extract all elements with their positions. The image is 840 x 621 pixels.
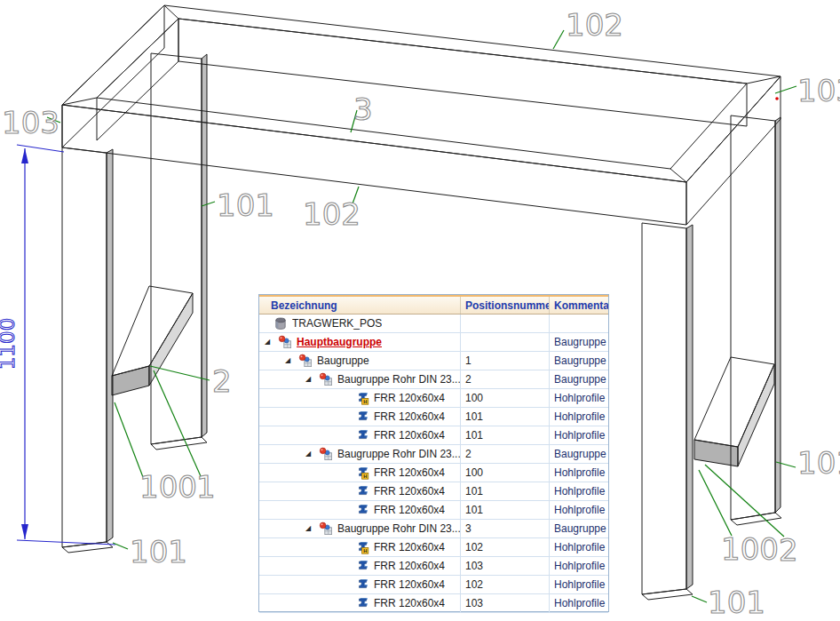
column-header-positionsnummer[interactable]: Positionsnummer <box>461 297 550 314</box>
hollow-profile-icon <box>355 428 369 442</box>
cell-bezeichnung[interactable]: FRR 120x60x4 <box>259 557 461 575</box>
cell-positionsnummer[interactable] <box>461 333 550 351</box>
table-row[interactable]: FRR 120x60x4103Hohlprofile <box>259 594 608 613</box>
cad-viewport: 1100 102 103 103 3 101 102 2 100 1 101 1… <box>0 0 840 621</box>
cell-positionsnummer[interactable]: 2 <box>461 370 550 388</box>
cell-positionsnummer[interactable]: 100 <box>461 464 550 482</box>
table-header-row: Bezeichnung Positionsnummer Kommentar <box>259 295 608 314</box>
row-label: FRR 120x60x4 <box>374 504 445 516</box>
shelf-rail-left[interactable] <box>112 286 193 395</box>
row-label: FRR 120x60x4 <box>374 597 445 609</box>
cell-kommentar[interactable] <box>550 314 608 332</box>
cell-kommentar[interactable]: Hohlprofile <box>550 594 608 612</box>
table-row[interactable]: HFRR 120x60x4100Hohlprofile <box>259 389 608 408</box>
table-row[interactable]: FRR 120x60x4101Hohlprofile <box>259 426 608 445</box>
svg-text:H: H <box>363 399 367 404</box>
cell-kommentar[interactable]: Baugruppe <box>550 445 608 463</box>
front-rail-outer-face[interactable] <box>62 105 686 225</box>
table-row[interactable]: ◢Baugruppe Rohr DIN 23...3Baugruppe <box>259 520 608 538</box>
cell-kommentar[interactable]: Baugruppe <box>550 352 608 370</box>
cell-positionsnummer[interactable]: 103 <box>461 594 550 612</box>
cell-bezeichnung[interactable]: HFRR 120x60x4 <box>259 464 461 482</box>
cell-bezeichnung[interactable]: ◢Baugruppe Rohr DIN 23... <box>259 520 461 537</box>
cell-kommentar[interactable]: Hohlprofile <box>550 426 608 444</box>
position-label-right-joint: 100 <box>721 531 779 567</box>
expand-triangle-icon[interactable]: ◢ <box>305 525 311 532</box>
table-row[interactable]: FRR 120x60x4103Hohlprofile <box>259 557 608 576</box>
cell-bezeichnung[interactable]: FRR 120x60x4 <box>259 594 461 612</box>
table-row[interactable]: FRR 120x60x4101Hohlprofile <box>259 501 608 520</box>
table-row[interactable]: TRAGWERK_POS <box>259 314 608 333</box>
row-label: FRR 120x60x4 <box>374 410 445 423</box>
column-header-kommentar[interactable]: Kommentar <box>550 297 608 314</box>
cell-kommentar[interactable]: Hohlprofile <box>550 557 608 575</box>
leg-front-left[interactable] <box>62 147 113 553</box>
left-rail-outer-face[interactable] <box>62 5 164 147</box>
row-label: Hauptbaugruppe <box>297 336 382 348</box>
hollow-profile-icon <box>355 596 369 610</box>
cell-bezeichnung[interactable]: ◢Baugruppe Rohr DIN 23... <box>259 445 461 463</box>
expand-triangle-icon[interactable]: ◢ <box>305 450 311 458</box>
table-row[interactable]: ◢Baugruppe Rohr DIN 23...2Baugruppe <box>259 370 608 389</box>
positions-table[interactable]: Bezeichnung Positionsnummer Kommentar TR… <box>258 294 609 612</box>
cell-bezeichnung[interactable]: ◢Hauptbaugruppe <box>259 333 461 351</box>
cell-positionsnummer[interactable]: 101 <box>461 426 550 444</box>
cell-bezeichnung[interactable]: TRAGWERK_POS <box>259 314 461 332</box>
cell-bezeichnung[interactable]: FRR 120x60x4 <box>259 501 461 519</box>
cell-positionsnummer[interactable]: 102 <box>461 538 550 556</box>
cell-positionsnummer[interactable]: 2 <box>461 445 550 463</box>
expand-triangle-icon[interactable]: ◢ <box>285 357 290 364</box>
cell-bezeichnung[interactable]: ◢Baugruppe <box>259 352 461 370</box>
expand-triangle-icon[interactable]: ◢ <box>265 338 270 346</box>
cell-kommentar[interactable]: Baugruppe <box>550 520 608 537</box>
dimension-value: 1100 <box>0 318 19 370</box>
cell-kommentar[interactable]: Hohlprofile <box>550 501 608 519</box>
table-row[interactable]: ◢Baugruppe Rohr DIN 23...2Baugruppe <box>259 445 608 464</box>
table-row[interactable]: FRR 120x60x4101Hohlprofile <box>259 482 608 501</box>
cell-positionsnummer[interactable]: 103 <box>461 557 550 575</box>
column-header-bezeichnung[interactable]: Bezeichnung <box>259 297 461 314</box>
cell-kommentar[interactable]: Hohlprofile <box>550 408 608 426</box>
table-row[interactable]: FRR 120x60x4102Hohlprofile <box>259 576 608 594</box>
table-row[interactable]: ◢HauptbaugruppeBaugruppe <box>259 333 608 352</box>
cell-positionsnummer[interactable]: 101 <box>461 408 550 426</box>
cell-positionsnummer[interactable]: 101 <box>461 482 550 500</box>
cell-bezeichnung[interactable]: HFRR 120x60x4 <box>259 538 461 556</box>
cell-kommentar[interactable]: Hohlprofile <box>550 538 608 556</box>
leg-front-right[interactable] <box>642 223 693 600</box>
table-row[interactable]: ◢Baugruppe1Baugruppe <box>259 352 608 370</box>
row-label: FRR 120x60x4 <box>374 560 445 572</box>
table-row[interactable]: HFRR 120x60x4102Hohlprofile <box>259 538 608 557</box>
dimension-arrow-down-icon <box>21 524 28 539</box>
cell-positionsnummer[interactable]: 102 <box>461 576 550 593</box>
expand-triangle-icon[interactable]: ◢ <box>305 376 311 383</box>
cell-bezeichnung[interactable]: FRR 120x60x4 <box>259 576 461 593</box>
shelf-rail-right[interactable] <box>694 357 774 466</box>
leg-back-left[interactable] <box>151 53 207 450</box>
hollow-profile-icon <box>355 484 369 498</box>
cell-bezeichnung[interactable]: FRR 120x60x4 <box>259 482 461 500</box>
cell-bezeichnung[interactable]: HFRR 120x60x4 <box>259 389 461 407</box>
back-rail-inner-face[interactable] <box>178 19 747 126</box>
row-label: FRR 120x60x4 <box>374 578 445 591</box>
top-ring-top-face[interactable] <box>62 5 781 182</box>
cell-positionsnummer[interactable] <box>461 314 550 332</box>
cell-kommentar[interactable]: Hohlprofile <box>550 389 608 407</box>
cell-kommentar[interactable]: Hohlprofile <box>550 482 608 500</box>
cell-bezeichnung[interactable]: ◢Baugruppe Rohr DIN 23... <box>259 370 461 388</box>
hollow-profile-icon <box>355 577 369 592</box>
cell-bezeichnung[interactable]: FRR 120x60x4 <box>259 426 461 444</box>
cell-positionsnummer[interactable]: 1 <box>461 352 550 370</box>
left-rail-inner-face[interactable] <box>97 19 178 140</box>
cell-kommentar[interactable]: Hohlprofile <box>550 464 608 482</box>
cell-bezeichnung[interactable]: FRR 120x60x4 <box>259 408 461 426</box>
row-label: FRR 120x60x4 <box>374 466 445 479</box>
cell-positionsnummer[interactable]: 3 <box>461 520 550 537</box>
cell-kommentar[interactable]: Baugruppe <box>550 370 608 388</box>
cell-positionsnummer[interactable]: 101 <box>461 501 550 519</box>
cell-kommentar[interactable]: Baugruppe <box>550 333 608 351</box>
table-row[interactable]: FRR 120x60x4101Hohlprofile <box>259 408 608 426</box>
table-row[interactable]: HFRR 120x60x4100Hohlprofile <box>259 464 608 482</box>
cell-kommentar[interactable]: Hohlprofile <box>550 576 608 593</box>
cell-positionsnummer[interactable]: 100 <box>461 389 550 407</box>
